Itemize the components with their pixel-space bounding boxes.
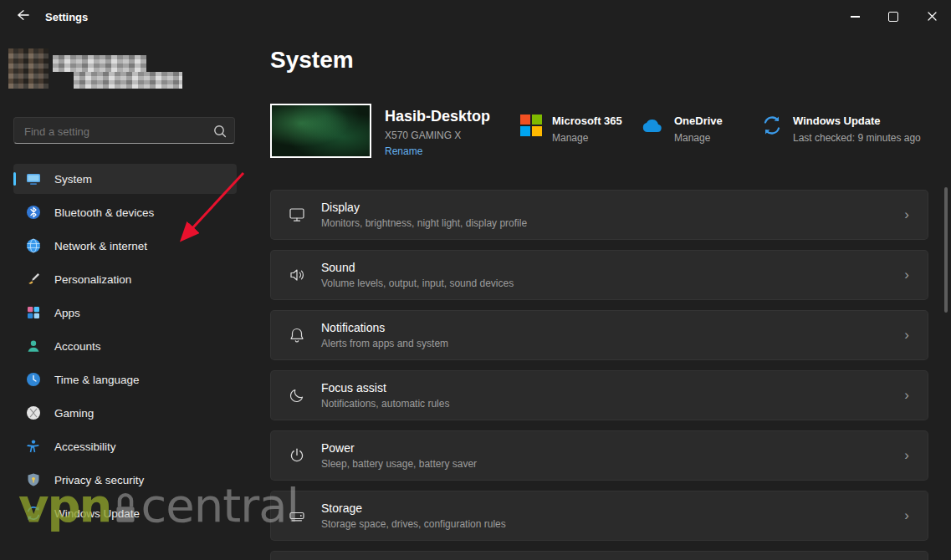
sidebar-item-label: Accessibility bbox=[54, 440, 116, 453]
sidebar-item-label: Apps bbox=[54, 307, 80, 319]
microsoft-365-icon bbox=[520, 115, 542, 140]
quick-link-title: Microsoft 365 bbox=[552, 115, 622, 127]
clock-icon bbox=[25, 371, 42, 388]
sidebar-item-accounts[interactable]: Accounts bbox=[13, 331, 237, 361]
sidebar-item-windows-update[interactable]: Windows Update bbox=[13, 498, 237, 528]
card-title: Notifications bbox=[321, 321, 448, 334]
search-icon[interactable] bbox=[212, 124, 228, 142]
maximize-button[interactable] bbox=[874, 0, 913, 33]
display-icon bbox=[288, 206, 306, 224]
sidebar-item-label: System bbox=[54, 173, 92, 186]
chevron-right-icon: › bbox=[904, 267, 909, 283]
page-title: System bbox=[270, 47, 354, 74]
sidebar-item-network-internet[interactable]: Network & internet bbox=[13, 231, 237, 261]
vertical-scrollbar[interactable] bbox=[944, 187, 948, 313]
window-title: Settings bbox=[45, 11, 88, 23]
card-subtitle: Sleep, battery usage, battery saver bbox=[321, 458, 477, 470]
sidebar-item-label: Time & language bbox=[54, 374, 140, 386]
card-focus-assist[interactable]: Focus assist Notifications, automatic ru… bbox=[270, 370, 928, 420]
desktop-wallpaper-thumbnail bbox=[270, 104, 371, 158]
quick-link-title: Windows Update bbox=[793, 115, 921, 127]
quick-link-subtitle: Manage bbox=[552, 132, 622, 144]
quick-link-subtitle: Manage bbox=[674, 132, 723, 144]
censored-email bbox=[74, 72, 182, 89]
device-name: Hasib-Desktop bbox=[385, 108, 490, 125]
sidebar-item-label: Gaming bbox=[54, 407, 94, 420]
chevron-right-icon: › bbox=[904, 327, 909, 344]
quick-link-subtitle: Last checked: 9 minutes ago bbox=[793, 132, 921, 144]
bell-icon bbox=[288, 326, 306, 344]
card-title: Storage bbox=[321, 501, 506, 515]
maximize-icon bbox=[888, 12, 898, 22]
user-profile[interactable] bbox=[8, 47, 243, 94]
sidebar-item-accessibility[interactable]: Accessibility bbox=[13, 431, 237, 461]
sidebar-item-gaming[interactable]: Gaming bbox=[13, 398, 237, 428]
selected-indicator bbox=[13, 172, 16, 186]
apps-grid-icon bbox=[25, 304, 42, 321]
card-subtitle: Notifications, automatic rules bbox=[321, 398, 449, 410]
chevron-right-icon: › bbox=[904, 206, 909, 223]
windows-update-icon bbox=[761, 115, 783, 140]
card-partial[interactable] bbox=[270, 551, 928, 560]
card-subtitle: Alerts from apps and system bbox=[321, 338, 448, 349]
minimize-button[interactable] bbox=[836, 0, 874, 33]
sidebar-item-privacy-security[interactable]: Privacy & security bbox=[13, 465, 237, 495]
quick-link-windows-update[interactable]: Windows Update Last checked: 9 minutes a… bbox=[761, 115, 921, 144]
card-subtitle: Monitors, brightness, night light, displ… bbox=[321, 217, 527, 229]
sidebar-item-apps[interactable]: Apps bbox=[13, 298, 237, 328]
minimize-icon bbox=[851, 16, 860, 17]
card-display[interactable]: Display Monitors, brightness, night ligh… bbox=[270, 190, 928, 240]
quick-link-onedrive[interactable]: OneDrive Manage bbox=[639, 115, 723, 144]
sidebar-item-label: Network & internet bbox=[54, 240, 147, 252]
sidebar-nav: System Bluetooth & devices Network & int… bbox=[13, 164, 237, 532]
card-storage[interactable]: Storage Storage space, drives, configura… bbox=[270, 491, 928, 541]
paintbrush-icon bbox=[25, 271, 42, 288]
onedrive-cloud-icon bbox=[639, 117, 664, 138]
accessibility-person-icon bbox=[25, 438, 42, 455]
shield-icon bbox=[25, 471, 42, 488]
back-arrow-icon bbox=[16, 8, 30, 25]
chevron-right-icon: › bbox=[904, 507, 909, 524]
bluetooth-icon bbox=[25, 204, 42, 221]
card-power[interactable]: Power Sleep, battery usage, battery save… bbox=[270, 430, 928, 481]
card-title: Focus assist bbox=[321, 381, 449, 395]
globe-icon bbox=[25, 237, 42, 254]
storage-drive-icon bbox=[288, 507, 306, 525]
back-button[interactable] bbox=[8, 4, 37, 29]
sidebar-item-system[interactable]: System bbox=[13, 164, 237, 194]
close-button[interactable] bbox=[913, 0, 951, 33]
card-subtitle: Storage space, drives, configuration rul… bbox=[321, 518, 506, 530]
moon-icon bbox=[288, 386, 306, 405]
settings-window: Settings System bbox=[0, 0, 951, 560]
person-icon bbox=[25, 338, 42, 354]
power-icon bbox=[288, 446, 306, 465]
censored-username bbox=[53, 55, 146, 72]
xbox-icon bbox=[25, 405, 42, 421]
quick-link-microsoft-365[interactable]: Microsoft 365 Manage bbox=[520, 115, 622, 144]
quick-link-title: OneDrive bbox=[674, 115, 723, 127]
sidebar-item-label: Personalization bbox=[54, 273, 131, 286]
card-subtitle: Volume levels, output, input, sound devi… bbox=[321, 277, 514, 289]
rename-link[interactable]: Rename bbox=[385, 145, 422, 157]
card-title: Power bbox=[321, 441, 477, 455]
window-controls bbox=[836, 0, 951, 33]
update-arrows-icon bbox=[25, 505, 42, 522]
titlebar: Settings bbox=[0, 0, 951, 33]
sidebar-item-time-language[interactable]: Time & language bbox=[13, 364, 237, 395]
speaker-icon bbox=[288, 266, 306, 284]
search-input[interactable] bbox=[23, 119, 206, 144]
sidebar-item-label: Windows Update bbox=[54, 507, 140, 520]
search-box bbox=[13, 117, 235, 144]
sidebar-item-personalization[interactable]: Personalization bbox=[13, 264, 237, 294]
sidebar-item-label: Privacy & security bbox=[54, 474, 144, 486]
card-sound[interactable]: Sound Volume levels, output, input, soun… bbox=[270, 250, 928, 300]
sidebar-item-bluetooth-devices[interactable]: Bluetooth & devices bbox=[13, 197, 237, 227]
close-icon bbox=[928, 9, 937, 24]
card-notifications[interactable]: Notifications Alerts from apps and syste… bbox=[270, 310, 928, 360]
card-title: Display bbox=[321, 201, 527, 214]
avatar bbox=[8, 48, 49, 89]
chevron-right-icon: › bbox=[904, 447, 909, 464]
sidebar-item-label: Accounts bbox=[54, 340, 101, 353]
system-icon bbox=[25, 171, 42, 187]
device-model: X570 GAMING X bbox=[385, 130, 461, 141]
